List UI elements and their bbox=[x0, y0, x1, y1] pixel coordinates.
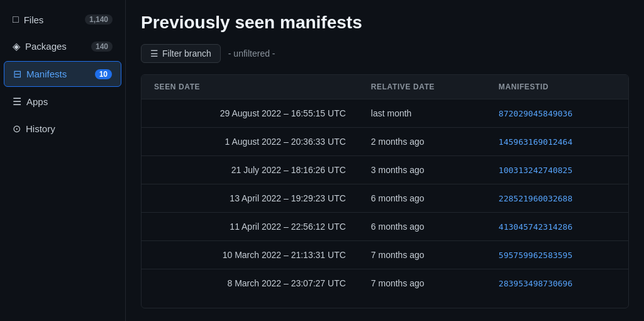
sidebar-item-label-files: Files bbox=[24, 14, 44, 25]
cell-manifest-id[interactable]: 228521960032688 bbox=[486, 184, 628, 213]
filter-bar: ☰ Filter branch - unfiltered - bbox=[141, 44, 629, 63]
sidebar-item-label-manifests: Manifests bbox=[26, 69, 67, 79]
cell-relative-date: 2 months ago bbox=[358, 128, 486, 156]
filter-icon: ☰ bbox=[150, 48, 158, 59]
sidebar-item-files[interactable]: □Files1,140 bbox=[4, 8, 121, 31]
table-row: 29 August 2022 – 16:55:15 UTClast month8… bbox=[142, 99, 628, 128]
manifests-table-container: SEEN DATE RELATIVE DATE MANIFESTID 29 Au… bbox=[141, 74, 629, 308]
cell-seen-date: 13 April 2022 – 19:29:23 UTC bbox=[142, 184, 358, 213]
cell-relative-date: 7 months ago bbox=[358, 269, 486, 298]
filter-branch-label: Filter branch bbox=[162, 48, 211, 59]
cell-manifest-id[interactable]: 100313242740825 bbox=[486, 156, 628, 184]
col-seen-date: SEEN DATE bbox=[142, 75, 358, 99]
cell-manifest-id[interactable]: 595759962583595 bbox=[486, 241, 628, 269]
sidebar-item-label-apps: Apps bbox=[26, 96, 48, 107]
manifests-table: SEEN DATE RELATIVE DATE MANIFESTID 29 Au… bbox=[142, 75, 628, 297]
sidebar-badge-manifests: 10 bbox=[95, 69, 112, 79]
history-icon: ⊙ bbox=[13, 123, 21, 135]
table-row: 8 March 2022 – 23:07:27 UTC7 months ago2… bbox=[142, 269, 628, 298]
sidebar-item-history[interactable]: ⊙History bbox=[4, 116, 121, 141]
page-title: Previously seen manifests bbox=[141, 13, 629, 33]
table-row: 13 April 2022 – 19:29:23 UTC6 months ago… bbox=[142, 184, 628, 213]
col-relative-date: RELATIVE DATE bbox=[358, 75, 486, 99]
table-body: 29 August 2022 – 16:55:15 UTClast month8… bbox=[142, 99, 628, 298]
cell-relative-date: last month bbox=[358, 99, 486, 128]
cell-seen-date: 29 August 2022 – 16:55:15 UTC bbox=[142, 99, 358, 128]
sidebar-item-packages[interactable]: ◈Packages140 bbox=[4, 34, 121, 59]
cell-relative-date: 6 months ago bbox=[358, 213, 486, 241]
cell-seen-date: 1 August 2022 – 20:36:33 UTC bbox=[142, 128, 358, 156]
sidebar-item-label-packages: Packages bbox=[25, 41, 67, 52]
cell-seen-date: 11 April 2022 – 22:56:12 UTC bbox=[142, 213, 358, 241]
table-row: 21 July 2022 – 18:16:26 UTC3 months ago1… bbox=[142, 156, 628, 184]
files-icon: □ bbox=[13, 14, 19, 25]
manifests-icon: ⊟ bbox=[13, 68, 21, 80]
cell-relative-date: 6 months ago bbox=[358, 184, 486, 213]
cell-manifest-id[interactable]: 145963169012464 bbox=[486, 128, 628, 156]
cell-relative-date: 7 months ago bbox=[358, 241, 486, 269]
cell-relative-date: 3 months ago bbox=[358, 156, 486, 184]
packages-icon: ◈ bbox=[13, 40, 20, 52]
table-row: 1 August 2022 – 20:36:33 UTC2 months ago… bbox=[142, 128, 628, 156]
table-row: 11 April 2022 – 22:56:12 UTC6 months ago… bbox=[142, 213, 628, 241]
sidebar-item-manifests[interactable]: ⊟Manifests10 bbox=[4, 61, 121, 87]
table-row: 10 March 2022 – 21:13:31 UTC7 months ago… bbox=[142, 241, 628, 269]
main-content: Previously seen manifests ☰ Filter branc… bbox=[126, 0, 644, 321]
cell-seen-date: 21 July 2022 – 18:16:26 UTC bbox=[142, 156, 358, 184]
apps-icon: ☰ bbox=[13, 96, 21, 108]
sidebar: □Files1,140◈Packages140⊟Manifests10☰Apps… bbox=[0, 0, 126, 321]
cell-seen-date: 8 March 2022 – 23:07:27 UTC bbox=[142, 269, 358, 298]
sidebar-item-label-history: History bbox=[26, 123, 55, 134]
sidebar-badge-packages: 140 bbox=[91, 42, 113, 52]
cell-manifest-id[interactable]: 413045742314286 bbox=[486, 213, 628, 241]
sidebar-item-apps[interactable]: ☰Apps bbox=[4, 89, 121, 114]
cell-manifest-id[interactable]: 283953498730696 bbox=[486, 269, 628, 298]
filter-branch-value: - unfiltered - bbox=[228, 48, 275, 59]
table-header: SEEN DATE RELATIVE DATE MANIFESTID bbox=[142, 75, 628, 99]
cell-seen-date: 10 March 2022 – 21:13:31 UTC bbox=[142, 241, 358, 269]
cell-manifest-id[interactable]: 872029045849036 bbox=[486, 99, 628, 128]
filter-branch-button[interactable]: ☰ Filter branch bbox=[141, 44, 221, 63]
col-manifest-id: MANIFESTID bbox=[486, 75, 628, 99]
sidebar-badge-files: 1,140 bbox=[85, 14, 113, 25]
